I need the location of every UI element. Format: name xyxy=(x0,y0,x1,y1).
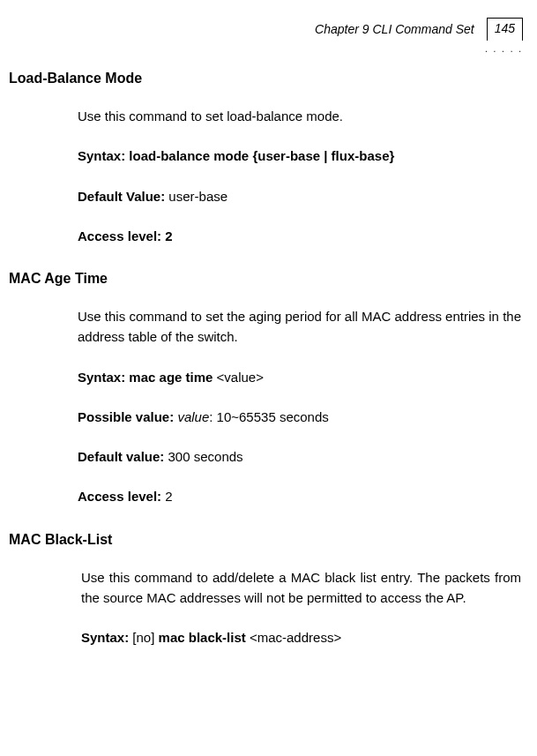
load-balance-desc: Use this command to set load-balance mod… xyxy=(78,106,521,126)
syntax-arg: <value> xyxy=(217,370,264,385)
access-value: 2 xyxy=(165,489,172,504)
header-line: Chapter 9 CLI Command Set 145 xyxy=(315,18,523,41)
page-header: Chapter 9 CLI Command Set 145 . . . . . xyxy=(9,18,528,41)
default-label: Default Value: xyxy=(78,189,168,204)
possible-label: Possible value: xyxy=(78,409,177,424)
default-label: Default value: xyxy=(78,449,168,464)
syntax-label: Syntax: xyxy=(81,630,132,645)
syntax-label: Syntax: mac age time xyxy=(78,370,217,385)
mac-black-syntax: Syntax: [no] mac black-list <mac-address… xyxy=(81,627,521,647)
mac-age-default: Default value: 300 seconds xyxy=(78,446,521,467)
access-label: Access level: xyxy=(78,489,165,504)
syntax-arg: <mac-address> xyxy=(250,630,341,645)
mac-black-desc: Use this command to add/delete a MAC bla… xyxy=(81,567,521,609)
mac-age-syntax: Syntax: mac age time <value> xyxy=(78,367,521,387)
possible-rest: : 10~65535 seconds xyxy=(209,409,329,424)
load-balance-default: Default Value: user-base xyxy=(78,186,521,206)
page-number: 145 xyxy=(487,18,523,41)
load-balance-syntax: Syntax: load-balance mode {user-base | f… xyxy=(78,146,521,166)
mac-age-possible: Possible value: value: 10~65535 seconds xyxy=(78,407,521,427)
chapter-title: Chapter 9 CLI Command Set xyxy=(315,22,474,36)
possible-italic: value xyxy=(177,409,209,424)
header-dots: . . . . . xyxy=(479,44,523,54)
section-heading-mac-age: MAC Age Time xyxy=(9,271,528,287)
syntax-pre: [no] xyxy=(132,630,158,645)
section-heading-mac-black: MAC Black-List xyxy=(9,532,528,548)
default-value: user-base xyxy=(168,189,227,204)
mac-age-desc: Use this command to set the aging period… xyxy=(78,306,521,348)
section-heading-load-balance: Load-Balance Mode xyxy=(9,71,528,86)
syntax-bold: mac black-list xyxy=(159,630,250,645)
mac-age-access: Access level: 2 xyxy=(78,486,521,506)
load-balance-access: Access level: 2 xyxy=(78,226,521,246)
default-value: 300 seconds xyxy=(168,449,243,464)
